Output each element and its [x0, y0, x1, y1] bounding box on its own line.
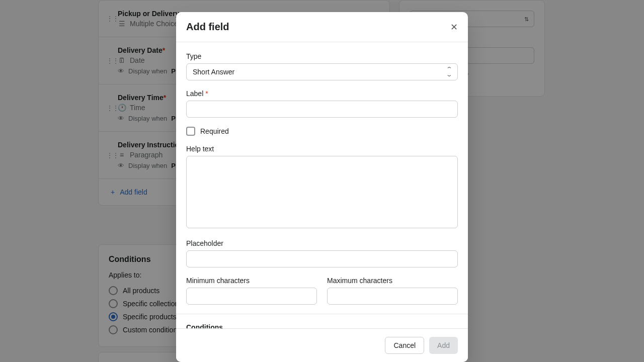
conditions-section-title: Conditions	[186, 323, 458, 328]
add-field-modal: Add field ✕ Type Short Answer ⌃⌄ Label *…	[176, 12, 468, 362]
modal-footer: Cancel Add	[176, 328, 468, 362]
type-value: Short Answer	[193, 68, 234, 76]
modal-title: Add field	[186, 21, 229, 33]
add-button[interactable]: Add	[429, 337, 458, 354]
placeholder-input[interactable]	[186, 250, 458, 267]
min-chars-label: Minimum characters	[186, 277, 317, 285]
placeholder-label: Placeholder	[186, 239, 458, 247]
close-button[interactable]: ✕	[450, 23, 458, 32]
max-chars-input[interactable]	[327, 288, 458, 305]
modal-header: Add field ✕	[176, 12, 468, 42]
min-chars-input[interactable]	[186, 288, 317, 305]
divider	[176, 314, 468, 314]
cancel-button[interactable]: Cancel	[385, 337, 424, 354]
label-label: Label *	[186, 89, 458, 98]
help-text-input[interactable]	[186, 156, 458, 228]
type-label: Type	[186, 52, 458, 60]
label-input[interactable]	[186, 101, 458, 118]
chevron-updown-icon: ⌃⌄	[447, 66, 451, 77]
type-select[interactable]: Short Answer ⌃⌄	[186, 63, 458, 80]
add-label: Add	[437, 341, 450, 349]
modal-body: Type Short Answer ⌃⌄ Label * Required He…	[176, 42, 468, 328]
required-checkbox[interactable]	[186, 127, 195, 136]
required-label: Required	[200, 127, 229, 135]
close-icon: ✕	[450, 22, 458, 32]
help-text-label: Help text	[186, 145, 458, 153]
cancel-label: Cancel	[393, 341, 416, 349]
max-chars-label: Maximum characters	[327, 277, 458, 285]
